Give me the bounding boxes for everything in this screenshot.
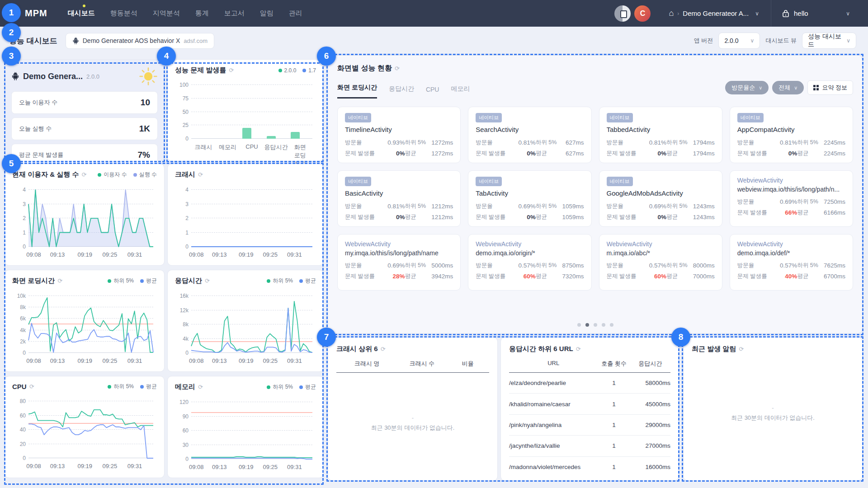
legend-dot-icon [140,385,144,389]
issue-label: 문제 발생률 [345,272,380,280]
issue-value: 0% [773,150,797,157]
refresh-icon[interactable] [381,346,386,352]
refresh-icon[interactable] [205,277,210,284]
app-switcher[interactable]: › Demo Generateor A... [669,9,759,18]
legend-dot-icon [98,173,101,177]
pagination-dot-4[interactable] [602,323,605,327]
nav-item-stats[interactable]: 통계 [195,9,209,18]
activity-card[interactable]: 네이티브SearchActivity방문율0.81%하위 5%627ms문제 발… [468,107,591,163]
app-logo[interactable]: MPM [25,8,47,19]
refresh-icon[interactable] [576,346,581,352]
pagination-dot-5[interactable] [610,323,613,327]
refresh-icon[interactable] [198,171,203,178]
activity-card[interactable]: 네이티브AppCompatActivity방문율0.81%하위 5%2245ms… [730,107,853,163]
url-count-cell: 1 [598,380,630,386]
activity-title: AppCompatActivity [737,126,845,133]
pagination-dot-2[interactable] [585,323,589,327]
pagination-dot-3[interactable] [594,323,597,327]
y-axis-tick: 80 [12,398,26,404]
nav-item-dashboard[interactable]: 대시보드 [68,9,95,18]
url-table-row[interactable]: /elza/deondre/pearlie158000ms [509,373,670,394]
refresh-icon[interactable] [395,65,400,72]
nav-right: C › Demo Generateor A... hello [614,0,868,27]
activity-card[interactable]: 네이티브BasicActivity방문율0.81%하위 5%1212ms문제 발… [337,170,461,227]
chart-legend: 하위 5%평균 [108,277,157,285]
stat-value: 1K [139,124,150,134]
refresh-icon[interactable] [29,383,34,390]
nav-item-admin[interactable]: 관리 [289,9,302,18]
activity-card[interactable]: WebviewActivitym.imqa.io/abc/*방문율0.57%하위… [599,234,722,291]
refresh-icon[interactable] [198,384,203,390]
activity-card[interactable]: 네이티브TimelineActivity방문율0.93%하위 5%1272ms문… [337,107,461,163]
crash-table-title: 크래시 상위 6 [336,345,378,353]
p5-value: 1243ms [690,203,715,210]
refresh-icon[interactable] [739,346,744,352]
metric-tabs: 화면 로딩시간응답시간CPU메모리 방문율순 전체 요약 정보 [337,83,853,99]
memory-chart: 0306090120 [191,398,312,459]
x-axis-label: 09:08 [26,463,41,469]
home-icon [669,9,674,18]
url-count-cell: 1 [598,464,630,470]
x-axis-label: 09:13 [212,464,227,470]
issue-label: 문제 발생률 [737,272,773,280]
android-icon [72,37,79,45]
issue-label: 문제 발생률 [476,213,511,221]
tab-response[interactable]: 응답시간 [389,85,414,99]
activity-card[interactable]: WebviewActivitymy.imqa.io/this/is/long/p… [337,234,461,291]
url-table-row[interactable]: /jacynthe/liza/vallie127000ms [509,436,670,456]
native-badge: 네이티브 [476,177,502,186]
x-axis-label: 09:08 [26,251,41,258]
activity-title: WebviewActivity [607,240,715,248]
app-version-label: 앱 버전 [694,37,713,45]
summary-info-button[interactable]: 요약 정보 [807,80,853,95]
activity-card[interactable]: WebviewActivitywebview.imqa.io/this/is/l… [730,170,853,227]
avg-value: 1794ms [690,150,715,157]
user-menu[interactable]: hello [782,9,850,18]
nav-item-alert[interactable]: 알림 [260,9,274,18]
y-axis-tick: 0 [12,350,26,356]
user-avatar[interactable]: C [634,5,651,22]
y-axis-tick: 6k [12,315,26,322]
visit-label: 방문율 [345,202,380,210]
p5-label: 하위 5% [666,202,690,210]
empty-dash: - [772,404,774,411]
nav-item-behavior[interactable]: 행동분석 [110,9,137,18]
p5-label: 하위 5% [536,139,559,146]
dashboard-view-select[interactable]: 성능 대시보드 [802,33,856,49]
nav-item-report[interactable]: 보고서 [224,9,245,18]
y-axis-tick: 0 [12,244,26,250]
sort-dropdown[interactable]: 방문율순 [725,81,769,94]
url-url-cell: /khalid/romaine/caesar [509,401,598,408]
x-axis-label: CPU [245,143,258,150]
nav-item-region[interactable]: 지역분석 [153,9,180,18]
url-table-row[interactable]: /pink/nyah/angelina129000ms [509,415,670,436]
activity-card[interactable]: WebviewActivitydemo.imqa.io/def/*방문율0.57… [730,234,853,291]
activity-stats: 방문율0.81%하위 5%1794ms문제 발생률0%평균1794ms [607,139,715,157]
activity-card[interactable]: 네이티브GoogleAdMobAdsActivity방문율0.69%하위 5%1… [599,170,722,227]
tab-memory[interactable]: 메모리 [451,85,470,99]
activity-card[interactable]: 네이티브TabActivity방문율0.69%하위 5%1059ms문제 발생률… [468,170,591,227]
x-axis: 09:0809:1309:1909:2509:31 [191,462,312,471]
url-table-row[interactable]: /madonna/violet/mercedes116000ms [509,457,670,478]
legend-dot-icon [267,279,270,283]
empty-dash: - [412,414,414,421]
p5-label: 하위 5% [405,139,429,146]
screen-loading-chart-card: 화면 로딩시간하위 5%평균02k4k6k8k10k09:0809:1309:1… [5,270,165,372]
app-chip[interactable]: Demo Generateor AOS behavior X adsf.com [66,33,214,49]
refresh-icon[interactable] [82,171,87,178]
crash-chart: 01234 [191,185,312,247]
chevron-down-icon [794,85,797,91]
url-table-row[interactable]: /khalid/romaine/caesar145000ms [509,394,670,414]
activity-card[interactable]: 네이티브TabbedActivity방문율0.81%하위 5%1794ms문제 … [599,107,722,163]
y-axis-tick: 120 [175,399,189,405]
tab-loading[interactable]: 화면 로딩시간 [337,84,377,99]
refresh-icon[interactable] [229,67,234,74]
pagination-dot-1[interactable] [577,323,581,327]
y-axis-tick: 0 [175,244,189,250]
activity-card[interactable]: WebviewActivitydemo.imqa.io/origin/*방문율0… [468,234,591,291]
refresh-icon[interactable] [57,277,62,284]
app-icon-avatar[interactable] [614,5,631,22]
filter-dropdown[interactable]: 전체 [772,81,804,94]
app-version-select[interactable]: 2.0.0 [718,33,760,49]
tab-cpu[interactable]: CPU [426,86,439,99]
